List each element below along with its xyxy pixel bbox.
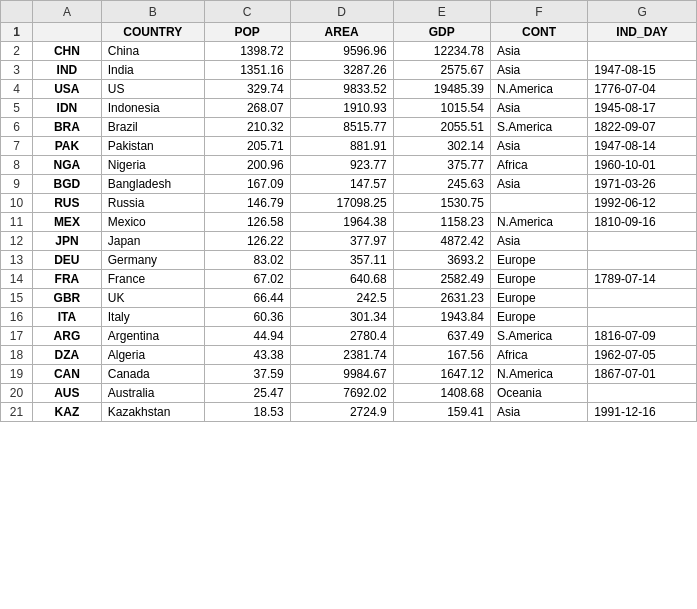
cell-D: 301.34 [290,308,393,327]
cell-A: DEU [33,251,102,270]
row-num: 10 [1,194,33,213]
cell-A: RUS [33,194,102,213]
table-row: 16ITAItaly60.36301.341943.84Europe [1,308,697,327]
cell-C: 1351.16 [204,61,290,80]
cell-B: France [101,270,204,289]
cell-B: Germany [101,251,204,270]
table-row: 14FRAFrance67.02640.682582.49Europe1789-… [1,270,697,289]
cell-A: ARG [33,327,102,346]
field-D: AREA [290,23,393,42]
cell-D: 2724.9 [290,403,393,422]
cell-A: MEX [33,213,102,232]
cell-E: 1015.54 [393,99,490,118]
cell-C: 146.79 [204,194,290,213]
cell-D: 9833.52 [290,80,393,99]
cell-E: 159.41 [393,403,490,422]
row-num: 6 [1,118,33,137]
cell-F: N.America [490,80,587,99]
cell-G: 1810-09-16 [588,213,697,232]
cell-D: 1910.93 [290,99,393,118]
row-num: 4 [1,80,33,99]
col-header-D: D [290,1,393,23]
row-num: 9 [1,175,33,194]
column-header-row: A B C D E F G [1,1,697,23]
cell-E: 245.63 [393,175,490,194]
cell-A: USA [33,80,102,99]
cell-D: 3287.26 [290,61,393,80]
cell-E: 19485.39 [393,80,490,99]
row-num: 7 [1,137,33,156]
table-row: 9BGDBangladesh167.09147.57245.63Asia1971… [1,175,697,194]
cell-E: 2582.49 [393,270,490,289]
row-num: 13 [1,251,33,270]
cell-E: 375.77 [393,156,490,175]
cell-F: Europe [490,270,587,289]
cell-G: 1776-07-04 [588,80,697,99]
cell-F: Europe [490,289,587,308]
table-row: 3INDIndia1351.163287.262575.67Asia1947-0… [1,61,697,80]
table-row: 2CHNChina1398.729596.9612234.78Asia [1,42,697,61]
cell-C: 1398.72 [204,42,290,61]
cell-A: GBR [33,289,102,308]
row-num: 12 [1,232,33,251]
cell-E: 12234.78 [393,42,490,61]
cell-G: 1992-06-12 [588,194,697,213]
cell-G: 1960-10-01 [588,156,697,175]
cell-D: 9984.67 [290,365,393,384]
cell-D: 640.68 [290,270,393,289]
cell-F: Asia [490,61,587,80]
cell-D: 377.97 [290,232,393,251]
cell-D: 2381.74 [290,346,393,365]
cell-G: 1947-08-15 [588,61,697,80]
cell-G: 1945-08-17 [588,99,697,118]
cell-F: Africa [490,346,587,365]
cell-F: Asia [490,42,587,61]
field-C: POP [204,23,290,42]
row-num-1: 1 [1,23,33,42]
field-F: CONT [490,23,587,42]
cell-B: Kazakhstan [101,403,204,422]
cell-F: Asia [490,137,587,156]
cell-G [588,308,697,327]
cell-E: 4872.42 [393,232,490,251]
row-num: 16 [1,308,33,327]
cell-B: Brazil [101,118,204,137]
row-num: 15 [1,289,33,308]
cell-F: Asia [490,175,587,194]
row-num: 11 [1,213,33,232]
cell-C: 60.36 [204,308,290,327]
row-num: 3 [1,61,33,80]
cell-F: S.America [490,118,587,137]
cell-C: 66.44 [204,289,290,308]
table-row: 15GBRUK66.44242.52631.23Europe [1,289,697,308]
row-num: 19 [1,365,33,384]
cell-G [588,384,697,403]
table-row: 19CANCanada37.599984.671647.12N.America1… [1,365,697,384]
cell-E: 2055.51 [393,118,490,137]
row-num: 17 [1,327,33,346]
cell-A: DZA [33,346,102,365]
cell-C: 329.74 [204,80,290,99]
cell-E: 1647.12 [393,365,490,384]
cell-B: US [101,80,204,99]
cell-G [588,232,697,251]
cell-F: N.America [490,365,587,384]
table-row: 17ARGArgentina44.942780.4637.49S.America… [1,327,697,346]
cell-B: UK [101,289,204,308]
cell-E: 637.49 [393,327,490,346]
cell-F: Europe [490,251,587,270]
field-G: IND_DAY [588,23,697,42]
cell-C: 83.02 [204,251,290,270]
cell-B: Japan [101,232,204,251]
cell-D: 9596.96 [290,42,393,61]
cell-A: NGA [33,156,102,175]
cell-E: 2631.23 [393,289,490,308]
cell-A: AUS [33,384,102,403]
cell-C: 200.96 [204,156,290,175]
table-row: 11MEXMexico126.581964.381158.23N.America… [1,213,697,232]
cell-F: Oceania [490,384,587,403]
table-row: 8NGANigeria200.96923.77375.77Africa1960-… [1,156,697,175]
cell-E: 3693.2 [393,251,490,270]
row-num: 14 [1,270,33,289]
cell-G: 1822-09-07 [588,118,697,137]
